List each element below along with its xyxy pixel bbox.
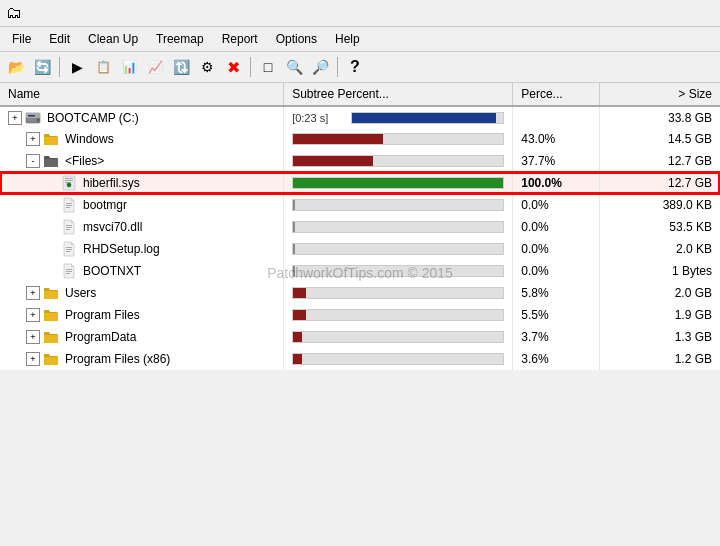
toolbar-play-btn[interactable]: ▶ — [65, 55, 89, 79]
progress-bar-wrapper — [292, 287, 504, 299]
name-cell: bootmgr — [0, 194, 284, 216]
file-name-label: <Files> — [65, 154, 104, 168]
file-name-label: bootmgr — [83, 198, 127, 212]
progress-bar-fill — [293, 288, 306, 298]
col-header-name[interactable]: Name — [0, 83, 284, 106]
file-dll-icon — [61, 219, 77, 235]
table-header: Name Subtree Percent... Perce... > Size — [0, 83, 720, 106]
percent-cell: 5.5% — [513, 304, 600, 326]
folder-icon — [43, 285, 59, 301]
toolbar-report-btn[interactable]: 📈 — [143, 55, 167, 79]
table-row[interactable]: hiberfil.sys100.0%12.7 GB — [0, 172, 720, 194]
col-header-subtree[interactable]: Subtree Percent... — [284, 83, 513, 106]
progress-bar-fill — [293, 310, 306, 320]
progress-bar-fill — [293, 222, 295, 232]
name-cell: RHDSetup.log — [0, 238, 284, 260]
progress-bar-wrapper — [292, 199, 504, 211]
expand-button[interactable]: + — [26, 352, 40, 366]
svg-rect-16 — [66, 249, 72, 250]
menu-bar: FileEditClean UpTreemapReportOptionsHelp — [0, 27, 720, 52]
table-row[interactable]: + Windows43.0%14.5 GB — [0, 128, 720, 150]
expand-button[interactable]: + — [26, 308, 40, 322]
toolbar-window-btn[interactable]: □ — [256, 55, 280, 79]
table-row[interactable]: + Users5.8%2.0 GB — [0, 282, 720, 304]
progress-bar-wrapper — [292, 309, 504, 321]
expand-button[interactable]: + — [26, 132, 40, 146]
table-row[interactable]: + Program Files5.5%1.9 GB — [0, 304, 720, 326]
svg-rect-14 — [66, 229, 70, 230]
menu-item-treemap[interactable]: Treemap — [148, 29, 212, 49]
table-row[interactable]: bootmgr0.0%389.0 KB — [0, 194, 720, 216]
subtree-bar-cell — [284, 216, 513, 238]
menu-item-file[interactable]: File — [4, 29, 39, 49]
subtree-bar-cell — [284, 304, 513, 326]
file-table-container[interactable]: Name Subtree Percent... Perce... > Size … — [0, 83, 720, 515]
table-row[interactable]: + ProgramData3.7%1.3 GB — [0, 326, 720, 348]
expand-placeholder — [44, 220, 58, 234]
name-cell: + BOOTCAMP (C:) — [0, 106, 284, 128]
size-cell: 53.5 KB — [600, 216, 720, 238]
menu-item-report[interactable]: Report — [214, 29, 266, 49]
expand-button[interactable]: + — [26, 330, 40, 344]
table-row[interactable]: + BOOTCAMP (C:)[0:23 s]33.8 GB — [0, 106, 720, 128]
table-row[interactable]: msvci70.dll0.0%53.5 KB — [0, 216, 720, 238]
toolbar-help-btn[interactable]: ? — [343, 55, 367, 79]
subtree-bar-cell — [284, 172, 513, 194]
table-row[interactable]: RHDSetup.log0.0%2.0 KB — [0, 238, 720, 260]
collapse-button[interactable]: - — [26, 154, 40, 168]
toolbar-zoom-out-btn[interactable]: 🔎 — [308, 55, 332, 79]
toolbar-delete-btn[interactable]: ✖ — [221, 55, 245, 79]
svg-rect-10 — [66, 205, 72, 206]
folder-icon — [43, 307, 59, 323]
table-row[interactable]: BOOTNXT0.0%1 Bytes — [0, 260, 720, 282]
menu-item-clean-up[interactable]: Clean Up — [80, 29, 146, 49]
title-bar: 🗂 — [0, 0, 720, 27]
name-cell: BOOTNXT — [0, 260, 284, 282]
progress-bar-wrapper — [292, 177, 504, 189]
toolbar-open-btn[interactable]: 📂 — [4, 55, 28, 79]
expand-button[interactable]: + — [8, 111, 22, 125]
percent-cell: 0.0% — [513, 194, 600, 216]
file-name-label: Users — [65, 286, 96, 300]
svg-rect-12 — [66, 225, 72, 226]
progress-bar-wrapper — [292, 243, 504, 255]
percent-cell: 3.6% — [513, 348, 600, 370]
toolbar-copy-btn[interactable]: 📋 — [91, 55, 115, 79]
file-name-label: RHDSetup.log — [83, 242, 160, 256]
table-row[interactable]: + Program Files (x86)3.6%1.2 GB — [0, 348, 720, 370]
menu-item-edit[interactable]: Edit — [41, 29, 78, 49]
svg-rect-17 — [66, 251, 70, 252]
folder-icon — [43, 329, 59, 345]
toolbar-refresh-btn[interactable]: 🔄 — [30, 55, 54, 79]
progress-bar-fill — [293, 156, 373, 166]
toolbar-zoom-in-btn[interactable]: 🔍 — [282, 55, 306, 79]
file-sys-icon — [61, 175, 77, 191]
table-row[interactable]: - <Files>37.7%12.7 GB — [0, 150, 720, 172]
percent-cell: 100.0% — [513, 172, 600, 194]
name-cell: msvci70.dll — [0, 216, 284, 238]
svg-rect-3 — [28, 115, 35, 117]
percent-cell: 0.0% — [513, 260, 600, 282]
file-name-label: msvci70.dll — [83, 220, 142, 234]
expand-button[interactable]: + — [26, 286, 40, 300]
svg-rect-18 — [66, 269, 72, 270]
subtree-bar-cell — [284, 326, 513, 348]
size-cell: 2.0 GB — [600, 282, 720, 304]
col-header-perce[interactable]: Perce... — [513, 83, 600, 106]
size-cell: 12.7 GB — [600, 172, 720, 194]
svg-rect-5 — [65, 178, 73, 179]
menu-item-help[interactable]: Help — [327, 29, 368, 49]
progress-bar-fill — [293, 244, 295, 254]
toolbar-sync-btn[interactable]: 🔃 — [169, 55, 193, 79]
size-cell: 12.7 GB — [600, 150, 720, 172]
progress-bar-wrapper — [292, 353, 504, 365]
toolbar-sep-2 — [250, 57, 251, 77]
subtree-bar-cell — [284, 194, 513, 216]
progress-bar-wrapper — [292, 221, 504, 233]
size-cell: 1 Bytes — [600, 260, 720, 282]
menu-item-options[interactable]: Options — [268, 29, 325, 49]
toolbar-settings-btn[interactable]: ⚙ — [195, 55, 219, 79]
progress-bar-fill — [293, 178, 503, 188]
toolbar-chart-btn[interactable]: 📊 — [117, 55, 141, 79]
col-header-size[interactable]: > Size — [600, 83, 720, 106]
